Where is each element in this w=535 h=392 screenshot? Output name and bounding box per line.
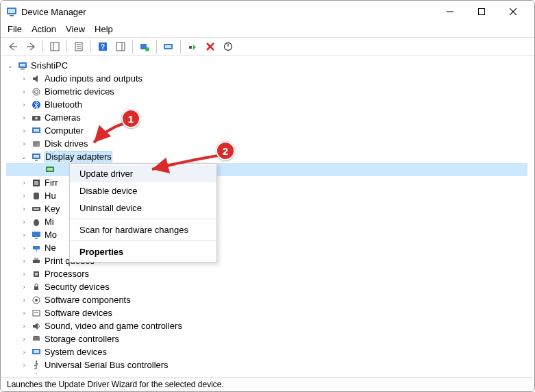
- computer-icon: [17, 60, 28, 71]
- tree-node[interactable]: ›Computer: [6, 124, 534, 137]
- network-icon: [31, 243, 42, 254]
- properties-button[interactable]: [71, 39, 87, 54]
- menu-help[interactable]: Help: [95, 24, 113, 34]
- tree-node-label: Mo: [45, 230, 57, 240]
- statusbar: Launches the Update Driver Wizard for th…: [1, 377, 534, 391]
- update-driver-button[interactable]: [160, 39, 177, 54]
- tree-node-label: Software devices: [45, 308, 112, 318]
- tree-node-label: System devices: [45, 347, 107, 357]
- svg-rect-41: [47, 168, 53, 171]
- menubar: File Action View Help: [1, 23, 534, 37]
- chevron-right-icon[interactable]: ›: [20, 283, 28, 291]
- keyboard-icon: [31, 204, 42, 215]
- tree-node-display-adapters[interactable]: ⌄ Display adapters: [6, 150, 534, 163]
- chevron-right-icon[interactable]: ›: [20, 244, 28, 252]
- chevron-right-icon[interactable]: ›: [20, 361, 28, 369]
- chevron-right-icon[interactable]: ›: [20, 296, 28, 304]
- chevron-down-icon[interactable]: ⌄: [6, 62, 14, 70]
- svg-rect-44: [34, 193, 39, 199]
- ctx-uninstall-device[interactable]: Uninstall device: [70, 199, 216, 217]
- statusbar-text: Launches the Update Driver Wizard for th…: [7, 380, 224, 389]
- processor-icon: [31, 269, 42, 280]
- chevron-right-icon[interactable]: ›: [20, 101, 28, 109]
- chevron-right-icon[interactable]: ›: [20, 88, 28, 96]
- tree-node[interactable]: ›Processors: [6, 267, 534, 280]
- chevron-right-icon[interactable]: ›: [20, 270, 28, 278]
- tree-node[interactable]: ›Software devices: [6, 306, 534, 319]
- tree-node[interactable]: ›Security devices: [6, 280, 534, 293]
- svg-point-66: [36, 373, 37, 375]
- minimize-button[interactable]: [434, 1, 466, 23]
- toolbar: ?: [1, 37, 534, 56]
- chevron-right-icon[interactable]: ›: [20, 179, 28, 187]
- ctx-properties[interactable]: Properties: [70, 243, 216, 260]
- disk-icon: [31, 138, 42, 149]
- chevron-right-icon[interactable]: ›: [20, 348, 28, 356]
- chevron-right-icon[interactable]: ›: [20, 309, 28, 317]
- chevron-right-icon[interactable]: ›: [20, 322, 28, 330]
- show-hide-console-tree-button[interactable]: [47, 39, 63, 54]
- menu-file[interactable]: File: [8, 24, 22, 34]
- maximize-button[interactable]: [466, 1, 497, 23]
- scan-hardware-button[interactable]: [136, 39, 153, 54]
- fingerprint-icon: [31, 86, 42, 97]
- svg-rect-55: [35, 273, 38, 275]
- chevron-right-icon[interactable]: ›: [20, 374, 28, 375]
- tree-node[interactable]: ›Universal Serial Bus controllers: [6, 358, 534, 371]
- tree-node[interactable]: ›System devices: [6, 345, 534, 358]
- chevron-right-icon[interactable]: ›: [20, 140, 28, 148]
- tree-root-label: SrishtiPC: [31, 60, 68, 71]
- close-button[interactable]: [497, 1, 529, 23]
- tree-root-node[interactable]: ⌄ SrishtiPC: [6, 59, 534, 72]
- action-pane-button[interactable]: [112, 39, 129, 54]
- tree-node-label: Storage controllers: [45, 334, 119, 344]
- forward-button[interactable]: [23, 39, 39, 54]
- tree-node-label: Computer: [45, 125, 84, 136]
- svg-point-18: [145, 47, 149, 51]
- tree-node-label: Audio inputs and outputs: [45, 73, 142, 84]
- chevron-right-icon[interactable]: ›: [20, 205, 28, 213]
- tree-node[interactable]: ›Sound, video and game controllers: [6, 319, 534, 332]
- chevron-right-icon[interactable]: ›: [20, 75, 28, 83]
- enable-device-button[interactable]: [184, 39, 201, 54]
- ctx-update-driver[interactable]: Update driver: [70, 165, 216, 182]
- chevron-right-icon[interactable]: ›: [20, 114, 28, 122]
- uninstall-device-button[interactable]: [202, 39, 219, 54]
- ctx-disable-device[interactable]: Disable device: [70, 182, 216, 199]
- chevron-right-icon[interactable]: ›: [20, 192, 28, 200]
- chevron-right-icon[interactable]: ›: [20, 127, 28, 135]
- tree-node[interactable]: ›Cameras: [6, 111, 534, 124]
- svg-rect-56: [34, 286, 38, 290]
- tree-node[interactable]: ›Disk drives: [6, 137, 534, 150]
- svg-rect-15: [116, 42, 125, 51]
- mouse-icon: [31, 217, 42, 228]
- usb-icon: [31, 360, 42, 371]
- svg-rect-27: [21, 69, 25, 70]
- svg-rect-2: [10, 15, 14, 16]
- tree-node[interactable]: ›Bluetooth: [6, 98, 534, 111]
- menu-action[interactable]: Action: [32, 24, 56, 34]
- firmware-icon: [31, 177, 42, 188]
- help-button[interactable]: ?: [95, 39, 111, 54]
- menu-view[interactable]: View: [66, 24, 85, 34]
- chevron-right-icon[interactable]: ›: [20, 231, 28, 239]
- chevron-right-icon[interactable]: ›: [20, 218, 28, 226]
- svg-point-32: [35, 117, 38, 119]
- tree-node[interactable]: ›Universal Serial Bus devices: [6, 371, 534, 374]
- tree-node-label: Universal Serial Bus controllers: [45, 360, 169, 370]
- tree-node[interactable]: ›Software components: [6, 293, 534, 306]
- svg-rect-26: [20, 64, 25, 66]
- tree-node[interactable]: ›Biometric devices: [6, 85, 534, 98]
- disable-device-button[interactable]: [220, 39, 236, 54]
- tree-node[interactable]: ›Audio inputs and outputs: [6, 72, 534, 85]
- chevron-right-icon[interactable]: ›: [20, 257, 28, 265]
- blank-twisty: [34, 166, 42, 174]
- chevron-down-icon[interactable]: ⌄: [20, 153, 28, 161]
- tree-node[interactable]: ›Storage controllers: [6, 332, 534, 345]
- ctx-scan-hardware[interactable]: Scan for hardware changes: [70, 221, 216, 238]
- window-title: Device Manager: [21, 7, 86, 17]
- gpu-icon: [45, 164, 55, 175]
- chevron-right-icon[interactable]: ›: [20, 335, 28, 343]
- back-button[interactable]: [5, 39, 21, 54]
- svg-rect-50: [33, 246, 40, 249]
